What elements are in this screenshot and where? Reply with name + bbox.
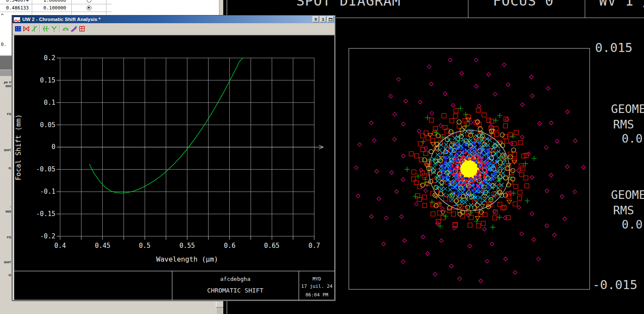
astigmatism-icon[interactable] xyxy=(50,25,58,33)
x-tick: 0.45 xyxy=(95,242,110,250)
label-fragment: - xyxy=(0,204,11,208)
cell-fragment: 0. xyxy=(1,42,12,47)
weight-cell[interactable]: 1.000000 xyxy=(32,0,72,4)
occluded-left-windows: 0. pe V 000 YS GHT G - 000 YS GHT G xyxy=(0,15,12,314)
toolbar-separator xyxy=(59,25,60,33)
occluded-bottom-window xyxy=(0,301,225,314)
y-tick: 0.05 xyxy=(40,121,55,129)
label-fragment: 000 xyxy=(0,210,11,213)
maximize-icon xyxy=(329,18,332,21)
y-tick: 0.15 xyxy=(40,76,55,84)
window-controls: 0 1 xyxy=(313,16,335,22)
spot-diagram-header: SPOT DIAGRAM xyxy=(296,0,401,9)
wavelength-cell[interactable]: 0.546074 xyxy=(0,0,32,4)
analysis-toolbar xyxy=(12,23,335,35)
label-fragment: G xyxy=(0,273,11,277)
scrollbar-corner[interactable] xyxy=(216,301,224,308)
author-label: MYD xyxy=(313,276,321,282)
label-fragment: G xyxy=(0,166,11,170)
window-button-1[interactable]: 1 xyxy=(320,16,326,22)
weight-cell[interactable] xyxy=(32,12,72,15)
spot-diagram-canvas xyxy=(349,49,589,289)
rms-label: RMS xyxy=(613,204,634,217)
wavelength-cell[interactable]: 0. xyxy=(0,12,32,15)
spot-diagram-icon[interactable] xyxy=(14,25,22,33)
rms-label: RMS xyxy=(613,118,634,131)
y-tick: 0.2 xyxy=(44,54,55,62)
header-divider xyxy=(468,0,468,18)
spreadsheet-edge xyxy=(0,15,12,55)
toolbar-separator xyxy=(39,25,40,33)
label-fragment: pe V xyxy=(0,80,11,84)
y-tick: -0.1 xyxy=(40,188,55,195)
label-fragment: GHT xyxy=(0,260,11,264)
header-divider xyxy=(585,0,585,18)
focus-header: FOCUS 0 xyxy=(493,0,554,9)
plot-title-label: CHROMATIC SHIFT xyxy=(207,287,264,294)
field-curves-icon[interactable] xyxy=(42,25,50,33)
window-title: UW 2 - Chromatic Shift Analysis * xyxy=(22,17,100,22)
rms-value: 0.0 xyxy=(622,132,643,145)
window-icon xyxy=(13,17,21,22)
weight-cell[interactable]: 0.100000 xyxy=(32,4,72,12)
x-tick: 0.4 xyxy=(54,242,66,250)
current-wavelength-cell xyxy=(72,12,106,15)
ray-fan-icon[interactable] xyxy=(22,25,30,33)
wavelength-radio[interactable] xyxy=(87,6,91,10)
time-label: 06:04 PM xyxy=(306,292,328,298)
x-tick: 0.7 xyxy=(308,242,320,250)
y-tick: -0.2 xyxy=(40,232,55,240)
table-row: 0. xyxy=(0,12,112,15)
wavelengths-spreadsheet: 0.546074 1.000000 0.486133 0.100000 0. xyxy=(0,0,219,15)
wavelength-radio[interactable] xyxy=(87,0,91,3)
x-axis-title: Wavelength (µm) xyxy=(156,255,219,263)
spot-diagram-plot xyxy=(349,48,590,290)
wavelength-cell[interactable]: 0.486133 xyxy=(0,4,32,12)
wavelength-header: WV 1 / xyxy=(599,0,644,9)
window-frame-strip xyxy=(219,0,223,15)
chromatic-plot-area: 0.2 0.15 0.1 0.05 0 -0.05 -0.1 -0.15 -0.… xyxy=(14,35,335,300)
label-fragment: YS xyxy=(0,112,11,116)
y-tick: 0 xyxy=(52,143,55,151)
window-band xyxy=(0,56,12,70)
table-row: 0.546074 1.000000 xyxy=(0,0,112,4)
x-tick: 0.6 xyxy=(224,242,235,250)
rms-value: 0.0 xyxy=(622,218,643,231)
current-wavelength-cell xyxy=(72,4,106,12)
x-tick: 0.5 xyxy=(139,242,150,250)
y-axis-title: Focal Shift (mm) xyxy=(14,114,22,180)
scale-bottom-label: -0.015 xyxy=(592,277,638,292)
window-band xyxy=(0,70,12,76)
label-fragment: GHT xyxy=(0,148,11,152)
maximize-button[interactable] xyxy=(327,16,334,22)
window-button-0[interactable]: 0 xyxy=(313,16,319,22)
geometric-label: GEOME xyxy=(611,188,644,201)
lens-id-label: afcdebgha xyxy=(220,276,250,282)
lateral-color-icon[interactable] xyxy=(70,25,78,33)
chromatic-shift-icon[interactable] xyxy=(30,25,38,33)
label-fragment: 000 xyxy=(0,84,11,88)
y-tick: -0.05 xyxy=(36,165,55,173)
table-row: 0.486133 0.100000 xyxy=(0,4,112,12)
x-tick: 0.55 xyxy=(179,242,195,250)
date-label: 17 juil. 24 xyxy=(301,284,333,289)
title-bar[interactable]: UW 2 - Chromatic Shift Analysis * 0 1 xyxy=(12,15,335,23)
distortion-grid-icon[interactable] xyxy=(78,25,86,33)
y-tick: 0.1 xyxy=(44,99,55,107)
scale-top-label: 0.015 xyxy=(595,40,632,55)
y-tick: -0.15 xyxy=(36,210,55,218)
scrollbar-track[interactable] xyxy=(217,308,223,314)
chromatic-shift-window: UW 2 - Chromatic Shift Analysis * 0 1 xyxy=(12,15,335,301)
x-tick: 0.65 xyxy=(264,242,279,250)
current-wavelength-cell xyxy=(72,0,106,4)
desktop: 0.546074 1.000000 0.486133 0.100000 0. 0… xyxy=(0,0,644,314)
geometric-label: GEOME xyxy=(611,102,644,116)
longitudinal-shift-icon[interactable] xyxy=(61,25,70,33)
label-fragment: YS xyxy=(0,235,11,239)
